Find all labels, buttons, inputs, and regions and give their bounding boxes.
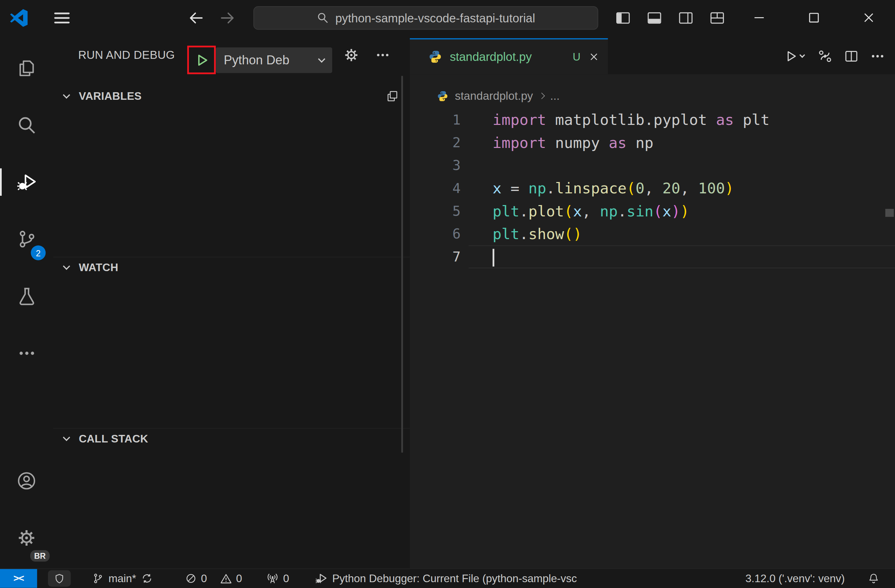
minimize-button[interactable] [747, 6, 771, 30]
gear-icon [16, 527, 37, 548]
run-debug-icon-button[interactable] [0, 153, 53, 211]
debug-config-label: Python Deb [224, 53, 313, 67]
tab-filename: standardplot.py [450, 50, 532, 64]
titlebar: python-sample-vscode-fastapi-tutorial [0, 0, 895, 36]
activity-bar: 2 BR [0, 36, 53, 569]
maximize-button[interactable] [802, 6, 826, 30]
python-interpreter-button[interactable]: 3.12.0 ('.venv': venv) [745, 569, 845, 588]
warning-count: 0 [236, 572, 242, 585]
workspace-trust-button[interactable] [48, 570, 71, 586]
split-editor-icon [843, 48, 859, 64]
git-branch-icon [92, 573, 104, 585]
close-button[interactable] [857, 6, 881, 30]
section-label: CALL STACK [79, 432, 148, 445]
debug-status-button[interactable]: Python Debugger: Current File (python-sa… [314, 569, 577, 588]
search-icon [16, 115, 37, 136]
python-file-icon [437, 90, 449, 102]
status-bar: >< main* 0 0 [0, 568, 895, 588]
editor-more-actions-button[interactable] [864, 43, 890, 69]
ports-button[interactable]: 0 [266, 569, 289, 588]
code-line-3[interactable]: 3 [410, 154, 895, 177]
tab-bar: standardplot.py U [410, 36, 895, 74]
command-center-search[interactable]: python-sample-vscode-fastapi-tutorial [253, 6, 598, 30]
close-icon [861, 10, 876, 25]
remote-indicator-button[interactable]: >< [0, 569, 37, 588]
sidebar-scrollbar[interactable] [401, 76, 403, 453]
vscode-logo-icon [10, 9, 29, 27]
notifications-button[interactable] [863, 569, 884, 588]
variables-section-header[interactable]: VARIABLES [53, 86, 410, 107]
source-control-icon-button[interactable]: 2 [0, 211, 53, 268]
chevron-down-icon [63, 434, 70, 441]
code-line-7[interactable]: 7 [410, 246, 895, 268]
ports-count: 0 [283, 572, 290, 585]
run-python-file-button[interactable] [776, 43, 812, 69]
debug-config-dropdown[interactable]: Python Deb [216, 47, 332, 73]
code-line-6[interactable]: 6plt.show() [410, 223, 895, 246]
testing-icon-button[interactable] [0, 268, 53, 325]
split-editor-button[interactable] [838, 43, 864, 69]
chevron-down-icon [799, 52, 805, 58]
bell-icon [868, 573, 880, 585]
play-icon [784, 49, 798, 63]
debug-settings-button[interactable] [339, 42, 363, 67]
files-icon [16, 58, 37, 79]
menu-icon [54, 10, 70, 26]
toggle-panel-button[interactable] [643, 7, 665, 29]
debug-status-text: Python Debugger: Current File (python-sa… [332, 572, 577, 585]
search-icon-button[interactable] [0, 96, 53, 153]
vscode-window: python-sample-vscode-fastapi-tutorial [0, 0, 895, 588]
python-file-icon [428, 50, 442, 64]
debug-more-actions-button[interactable] [370, 42, 395, 67]
scrollbar-decoration[interactable] [885, 209, 894, 217]
copy-icon[interactable] [384, 88, 401, 105]
more-views-button[interactable] [0, 325, 53, 382]
code-line-5[interactable]: 5plt.plot(x, np.sin(x)) [410, 200, 895, 223]
editor-actions [776, 38, 890, 74]
ellipsis-icon [17, 344, 36, 363]
breadcrumb-more: ... [550, 89, 560, 103]
error-count: 0 [201, 572, 207, 585]
explorer-icon-button[interactable] [0, 39, 53, 96]
line-number: 4 [410, 177, 461, 200]
debug-start-button[interactable] [190, 48, 212, 71]
menu-button[interactable] [50, 8, 73, 29]
call-stack-section-header[interactable]: CALL STACK [53, 428, 410, 449]
code-editor[interactable]: 1import matplotlib.pyplot as plt2import … [410, 108, 895, 568]
customize-layout-button[interactable] [706, 7, 728, 29]
breadcrumb[interactable]: standardplot.py ... [410, 85, 895, 108]
line-number: 2 [410, 132, 461, 154]
back-button[interactable] [184, 6, 208, 30]
code-line-1[interactable]: 1import matplotlib.pyplot as plt [410, 108, 895, 131]
toggle-primary-sidebar-button[interactable] [612, 7, 634, 29]
remote-icon: >< [14, 573, 24, 584]
arrow-left-icon [187, 9, 205, 26]
git-branch-button[interactable]: main* [92, 569, 153, 588]
profile-badge: BR [30, 550, 50, 562]
open-changes-button[interactable] [812, 43, 838, 69]
tab-standardplot[interactable]: standardplot.py U [410, 38, 608, 74]
open-changes-icon [817, 48, 833, 64]
sync-icon [141, 573, 153, 585]
code-line-2[interactable]: 2import numpy as np [410, 132, 895, 154]
toggle-secondary-sidebar-button[interactable] [675, 7, 696, 29]
code-lines: 1import matplotlib.pyplot as plt2import … [410, 108, 895, 268]
chevron-down-icon [63, 91, 70, 99]
section-label: WATCH [79, 262, 118, 274]
forward-button[interactable] [215, 6, 239, 30]
settings-button[interactable]: BR [0, 509, 53, 566]
debug-icon [314, 572, 328, 585]
chevron-right-icon [538, 92, 545, 99]
account-icon [16, 470, 37, 491]
tab-close-button[interactable] [584, 47, 603, 67]
python-version: 3.12.0 ('.venv': venv) [745, 572, 845, 585]
play-icon [194, 52, 209, 68]
search-icon [317, 11, 330, 24]
maximize-icon [807, 10, 821, 25]
account-button[interactable] [0, 452, 53, 509]
code-line-4[interactable]: 4x = np.linspace(0, 20, 100) [410, 177, 895, 200]
problems-button[interactable]: 0 0 [185, 569, 242, 588]
error-icon [185, 573, 197, 585]
watch-section-header[interactable]: WATCH [53, 257, 410, 278]
chevron-down-icon [318, 55, 325, 62]
